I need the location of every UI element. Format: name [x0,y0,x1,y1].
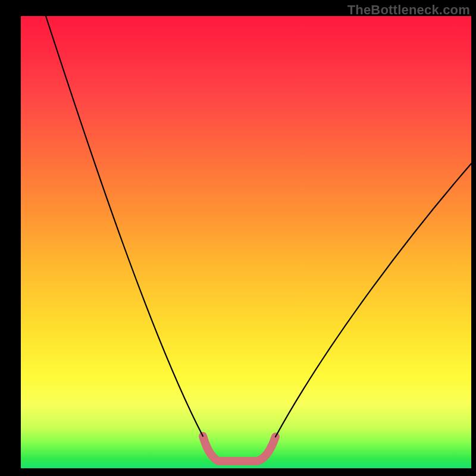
watermark-text: TheBottleneck.com [347,2,470,18]
outer-frame: TheBottleneck.com [0,0,476,476]
chart-svg [21,16,471,468]
plot-area [21,16,471,468]
curve-right-branch [275,164,471,437]
curve-left-branch [46,16,203,436]
flat-bottom-highlight [203,436,275,461]
